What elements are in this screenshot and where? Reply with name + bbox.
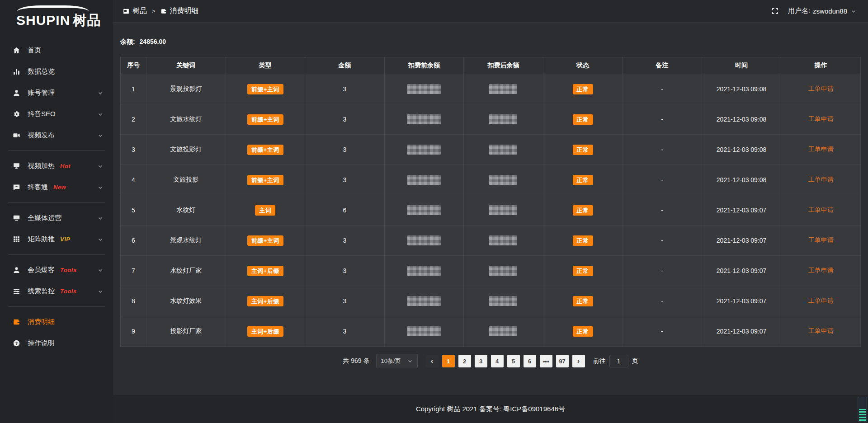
- sidebar-item-leads-monitor[interactable]: 线索监控 Tools: [0, 281, 113, 302]
- redacted-balance-before: [407, 296, 441, 306]
- type-badge: 前缀+主词: [247, 175, 283, 185]
- status-badge: 正常: [573, 114, 593, 125]
- breadcrumb-item-home[interactable]: 树品: [123, 6, 147, 16]
- page-number-button[interactable]: 6: [524, 355, 536, 367]
- cell-action: 工单申请: [781, 256, 861, 286]
- total-count: 共 969 条: [343, 357, 369, 365]
- breadcrumb-label: 消费明细: [170, 6, 199, 16]
- cell-balance-after: [464, 256, 543, 286]
- cell-type: 前缀+主词: [226, 135, 305, 165]
- cell-balance-after: [464, 104, 543, 135]
- work-order-link[interactable]: 工单申请: [808, 115, 834, 122]
- sidebar-item-member-burst[interactable]: 会员爆客 Tools: [0, 259, 113, 281]
- cell-keyword: 文旅投影灯: [146, 135, 226, 165]
- redacted-balance-after: [489, 145, 517, 155]
- column-header: 状态: [543, 57, 623, 74]
- chevron-down-icon: [98, 90, 103, 96]
- redacted-balance-after: [489, 205, 517, 215]
- redacted-balance-after: [489, 296, 517, 306]
- cell-amount: 3: [305, 256, 385, 286]
- sidebar-item-doukutong[interactable]: 抖客通 New: [0, 177, 113, 198]
- cell-balance-before: [384, 165, 464, 195]
- cell-status: 正常: [543, 256, 623, 286]
- cell-balance-after: [464, 135, 543, 165]
- cell-balance-after: [464, 226, 543, 256]
- redacted-balance-before: [407, 235, 441, 245]
- page-number-button[interactable]: 2: [458, 355, 471, 367]
- sidebar-item-data-overview[interactable]: 数据总览: [0, 61, 113, 82]
- breadcrumb-item-current[interactable]: 消费明细: [160, 6, 199, 16]
- cell-index: 4: [121, 165, 146, 195]
- work-order-link[interactable]: 工单申请: [808, 176, 834, 183]
- cell-balance-after: [464, 316, 543, 347]
- table-body: 1景观投影灯前缀+主词3正常-2021-12-03 09:08工单申请2文旅水纹…: [121, 74, 861, 347]
- sidebar-item-account-management[interactable]: 账号管理: [0, 82, 113, 103]
- work-order-link[interactable]: 工单申请: [808, 327, 834, 334]
- home-icon: [12, 46, 21, 55]
- work-order-link[interactable]: 工单申请: [808, 206, 834, 213]
- page-number-button[interactable]: 5: [507, 355, 520, 367]
- user-menu[interactable]: 用户名: zswodun88: [788, 7, 856, 15]
- cell-remark: -: [623, 74, 702, 104]
- work-order-link[interactable]: 工单申请: [808, 146, 834, 153]
- cell-balance-before: [384, 104, 464, 135]
- breadcrumb: 树品 > 消费明细: [123, 6, 199, 16]
- column-header: 扣费前余额: [384, 57, 464, 74]
- next-page-button[interactable]: ›: [572, 355, 585, 367]
- sidebar-item-instructions[interactable]: ? 操作说明: [0, 333, 113, 354]
- fullscreen-icon[interactable]: [771, 7, 779, 15]
- sidebar-item-all-media[interactable]: 全媒体运营: [0, 207, 113, 229]
- status-badge: 正常: [573, 266, 593, 276]
- sidebar-item-label: 数据总览: [28, 67, 55, 76]
- scroll-widget[interactable]: [858, 397, 867, 422]
- cell-time: 2021-12-03 09:07: [702, 286, 781, 316]
- table-row: 3文旅投影灯前缀+主词3正常-2021-12-03 09:08工单申请: [121, 135, 861, 165]
- work-order-link[interactable]: 工单申请: [808, 267, 834, 274]
- cell-index: 1: [121, 74, 146, 104]
- sidebar-item-home[interactable]: 首页: [0, 40, 113, 61]
- cell-keyword: 文旅水纹灯: [146, 104, 226, 135]
- redacted-balance-after: [489, 235, 517, 245]
- cell-action: 工单申请: [781, 74, 861, 104]
- page-buttons: 123456•••97: [442, 355, 569, 367]
- balance-value: 24856.00: [140, 38, 166, 45]
- cell-index: 8: [121, 286, 146, 316]
- goto-page-input[interactable]: [609, 355, 628, 367]
- column-header: 序号: [121, 57, 146, 74]
- cell-time: 2021-12-03 09:08: [702, 74, 781, 104]
- column-header: 时间: [702, 57, 781, 74]
- page-number-button[interactable]: 4: [491, 355, 504, 367]
- work-order-link[interactable]: 工单申请: [808, 85, 834, 92]
- sidebar-item-matrix-boost[interactable]: 矩阵助推 VIP: [0, 229, 113, 250]
- page-number-button[interactable]: 97: [556, 355, 569, 367]
- sidebar-item-video-publish[interactable]: 视频发布: [0, 125, 113, 146]
- sidebar-item-video-heat[interactable]: 视频加热 Hot: [0, 155, 113, 177]
- chevron-down-icon: [98, 185, 103, 190]
- cell-remark: -: [623, 104, 702, 135]
- work-order-link[interactable]: 工单申请: [808, 236, 834, 244]
- page-number-button[interactable]: 3: [475, 355, 487, 367]
- page-size-select[interactable]: 10条/页: [376, 354, 418, 368]
- cell-type: 主词+后缀: [226, 256, 305, 286]
- cell-index: 7: [121, 256, 146, 286]
- page-number-button[interactable]: 1: [442, 355, 455, 367]
- column-header: 类型: [226, 57, 305, 74]
- sidebar: SHUPIN树品 首页 数据总览 账号管理 抖音SEO 视频发布: [0, 0, 113, 423]
- status-badge: 正常: [573, 145, 593, 155]
- cell-remark: -: [623, 316, 702, 347]
- redacted-balance-before: [407, 326, 441, 336]
- breadcrumb-label: 树品: [132, 6, 147, 16]
- logo-arc-decoration: [17, 5, 89, 11]
- cell-action: 工单申请: [781, 165, 861, 195]
- prev-page-button[interactable]: ‹: [426, 355, 439, 367]
- sidebar-item-label: 全媒体运营: [28, 214, 61, 222]
- column-header: 操作: [781, 57, 861, 74]
- sidebar-item-consumption-detail[interactable]: 消费明细: [0, 311, 113, 333]
- sidebar-item-douyin-seo[interactable]: 抖音SEO: [0, 103, 113, 125]
- cell-amount: 3: [305, 286, 385, 316]
- work-order-link[interactable]: 工单申请: [808, 297, 834, 304]
- cell-type: 主词+后缀: [226, 286, 305, 316]
- cell-index: 5: [121, 195, 146, 226]
- status-badge: 正常: [573, 296, 593, 306]
- page-ellipsis-button[interactable]: •••: [540, 355, 552, 367]
